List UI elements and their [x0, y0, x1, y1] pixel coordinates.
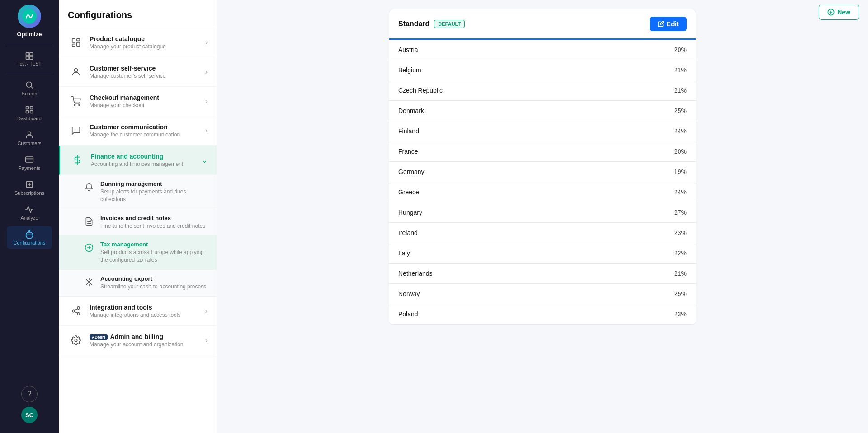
svg-point-21: [79, 104, 80, 106]
tax-rate-value: 25%: [674, 290, 687, 297]
sidebar-item-subscriptions[interactable]: Subscriptions: [7, 176, 52, 199]
sidebar-item-analyze[interactable]: Analyze: [7, 201, 52, 224]
submenu-dunning-management[interactable]: Dunning management Setup alerts for paym…: [59, 175, 217, 209]
customer-communication-title: Customer communication: [90, 123, 205, 131]
submenu-tax-management[interactable]: Tax management Sell products across Euro…: [59, 235, 217, 270]
tax-country-name: Greece: [398, 188, 419, 196]
tax-row: Austria 20%: [389, 40, 696, 60]
new-button[interactable]: New: [819, 5, 859, 20]
invoices-title: Invoices and credit notes: [100, 215, 205, 221]
svg-point-32: [75, 339, 77, 342]
tax-rate-value: 24%: [674, 127, 687, 135]
svg-rect-7: [26, 107, 29, 109]
tax-row: Netherlands 21%: [389, 264, 696, 284]
sidebar-menu-customer-communication[interactable]: Customer communication Manage the custom…: [59, 116, 217, 146]
help-label: ?: [28, 390, 32, 398]
submenu-accounting-export[interactable]: Accounting export Streamline your cash-t…: [59, 270, 217, 297]
chevron-right-icon-4: ›: [205, 127, 208, 135]
sidebar-menu-product-catalogue[interactable]: Product catalogue Manage your product ca…: [59, 28, 217, 57]
svg-rect-12: [26, 157, 33, 162]
sidebar-menu-checkout-management[interactable]: Checkout management Manage your checkout…: [59, 87, 217, 116]
sidebar-menu-customer-self-service[interactable]: Customer self-service Manage customer's …: [59, 57, 217, 87]
finance-accounting-text: Finance and accounting Accounting and fi…: [91, 153, 202, 167]
svg-rect-15: [72, 39, 75, 42]
sidebar-title: Configurations: [59, 0, 217, 28]
tax-row: Denmark 25%: [389, 101, 696, 121]
default-badge: DEFAULT: [434, 20, 465, 28]
tax-title: Tax management: [100, 241, 208, 248]
submenu-invoices-credit-notes[interactable]: Invoices and credit notes Fine-tune the …: [59, 209, 217, 236]
sidebar-menu-integration-tools[interactable]: Integration and tools Manage integration…: [59, 297, 217, 326]
sidebar-menu-finance-accounting[interactable]: Finance and accounting Accounting and fi…: [59, 146, 217, 175]
finance-accounting-title: Finance and accounting: [91, 153, 202, 160]
tax-rate-value: 21%: [674, 87, 687, 94]
tax-rate-value: 20%: [674, 148, 687, 155]
nav-bar: Optimize Test - TEST Search Dashboard Cu…: [0, 0, 59, 433]
svg-line-31: [75, 309, 77, 311]
nav-payments-label: Payments: [19, 165, 41, 171]
customer-self-service-text: Customer self-service Manage customer's …: [90, 65, 205, 79]
workspace-switcher[interactable]: Test - TEST: [7, 49, 52, 69]
brand-label: Optimize: [17, 31, 42, 38]
svg-rect-16: [77, 39, 80, 41]
accounting-export-subtitle: Streamline your cash-to-accounting proce…: [100, 283, 206, 291]
tax-rate-value: 23%: [674, 311, 687, 318]
tax-row: Ireland 23%: [389, 223, 696, 243]
sidebar-item-payments[interactable]: Payments: [7, 151, 52, 174]
svg-line-30: [75, 311, 77, 313]
chevron-right-icon-2: ›: [205, 68, 208, 76]
sidebar-item-customers[interactable]: Customers: [7, 127, 52, 150]
integration-icon: [68, 303, 84, 319]
communication-icon: [68, 122, 84, 139]
sidebar-item-dashboard[interactable]: Dashboard: [7, 102, 52, 125]
tax-country-name: Hungary: [398, 209, 422, 216]
help-icon-button[interactable]: ?: [21, 386, 38, 402]
cart-icon: [68, 93, 84, 109]
workspace-label: Test - TEST: [18, 61, 42, 66]
tax-rate-value: 20%: [674, 46, 687, 53]
tax-row: Poland 23%: [389, 304, 696, 324]
sidebar-menu-admin-billing[interactable]: ADMINAdmin and billing Manage your accou…: [59, 326, 217, 355]
svg-point-19: [74, 69, 77, 72]
nav-customers-label: Customers: [17, 141, 41, 146]
edit-button[interactable]: Edit: [650, 17, 687, 31]
admin-badge: ADMIN: [90, 334, 108, 340]
tax-country-name: Belgium: [398, 66, 421, 74]
tax-country-name: Netherlands: [398, 270, 433, 277]
app-logo[interactable]: [18, 5, 41, 28]
tax-rate-value: 22%: [674, 249, 687, 257]
tax-row: Germany 19%: [389, 162, 696, 182]
integration-tools-subtitle: Manage integrations and access tools: [90, 312, 205, 318]
catalogue-icon: [68, 34, 84, 51]
tax-row: France 20%: [389, 141, 696, 162]
tax-country-name: Italy: [398, 249, 410, 257]
product-catalogue-text: Product catalogue Manage your product ca…: [90, 35, 205, 50]
product-catalogue-title: Product catalogue: [90, 35, 205, 42]
tax-row: Belgium 21%: [389, 60, 696, 80]
chevron-right-icon-6: ›: [205, 336, 208, 344]
chevron-right-icon-3: ›: [205, 97, 208, 105]
svg-rect-9: [26, 111, 29, 113]
tax-rows-container: Austria 20% Belgium 21% Czech Republic 2…: [389, 40, 696, 324]
finance-accounting-subtitle: Accounting and finances management: [91, 161, 202, 167]
accounting-export-icon: [82, 275, 96, 289]
tax-row: Finland 24%: [389, 121, 696, 141]
tax-country-name: Norway: [398, 290, 420, 297]
customer-communication-text: Customer communication Manage the custom…: [90, 123, 205, 138]
tax-country-name: Ireland: [398, 229, 418, 236]
content-area: Standard DEFAULT Edit Austria 20% Belgiu…: [217, 0, 868, 433]
tax-country-name: Austria: [398, 46, 418, 53]
avatar-button[interactable]: SC: [21, 407, 38, 423]
sidebar-item-configurations[interactable]: Configurations: [7, 226, 52, 249]
nav-bottom: ? SC: [21, 386, 38, 428]
tax-country-name: Finland: [398, 127, 419, 135]
sidebar-item-search[interactable]: Search: [7, 77, 52, 100]
checkout-management-text: Checkout management Manage your checkout: [90, 94, 205, 108]
tax-country-name: Denmark: [398, 107, 424, 114]
card-header-left: Standard DEFAULT: [398, 20, 465, 28]
tax-row: Czech Republic 21%: [389, 80, 696, 101]
svg-rect-2: [30, 53, 33, 56]
tax-rate-value: 25%: [674, 107, 687, 114]
tax-rate-value: 24%: [674, 188, 687, 196]
tax-rate-value: 21%: [674, 270, 687, 277]
